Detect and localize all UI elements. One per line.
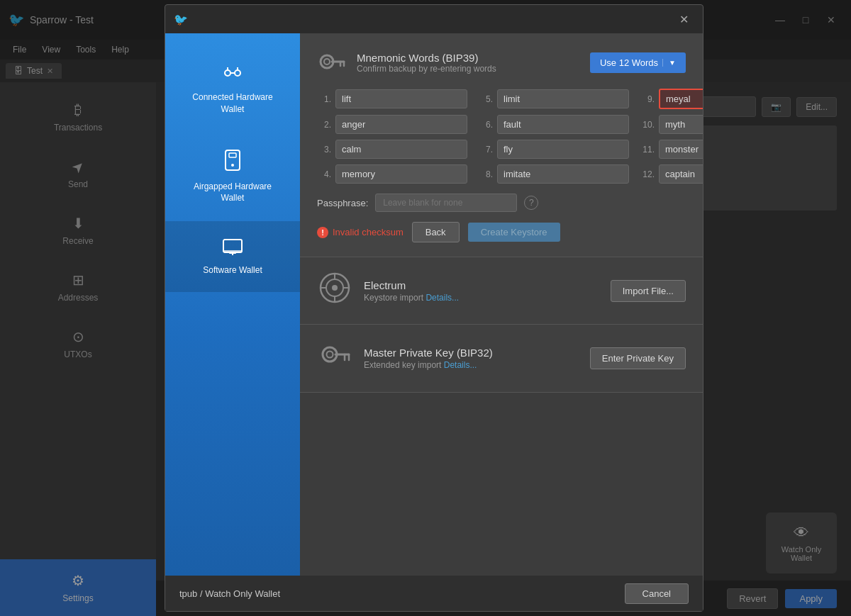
svg-rect-10 xyxy=(229,252,236,254)
enter-private-key-btn[interactable]: Enter Private Key xyxy=(590,347,686,369)
master-key-subtitle: Extended key import Details... xyxy=(364,360,579,370)
electrum-details-link[interactable]: Details... xyxy=(425,293,459,303)
modal-cancel-btn[interactable]: Cancel xyxy=(625,583,689,604)
modal-close-btn[interactable]: ✕ xyxy=(674,10,694,29)
modal-right-content: Mnemonic Words (BIP39) Confirm backup by… xyxy=(300,33,703,576)
word-num-1: 1. xyxy=(317,94,331,104)
checksum-row: ! Invalid checksum Back Create Keystore xyxy=(317,222,686,242)
software-wallet-icon xyxy=(222,238,243,259)
word-row-6: 6. xyxy=(479,115,629,134)
airgapped-hw-icon xyxy=(223,150,242,175)
electrum-title: Electrum xyxy=(364,279,599,291)
svg-point-25 xyxy=(327,352,333,358)
modal-body: Connected Hardware Wallet Airgapped Hard… xyxy=(165,33,703,576)
word-input-12[interactable] xyxy=(659,164,703,184)
word-row-12: 12. xyxy=(640,164,703,184)
word-num-11: 11. xyxy=(640,145,655,155)
word-row-2: 2. xyxy=(317,115,467,134)
word-row-4: 4. xyxy=(317,164,467,184)
checksum-error-text: Invalid checksum xyxy=(333,227,404,237)
back-btn[interactable]: Back xyxy=(412,222,460,242)
modal-nav-connected-hw[interactable]: Connected Hardware Wallet xyxy=(165,47,300,133)
use-words-btn[interactable]: Use 12 Words ▼ xyxy=(590,52,686,73)
footer-left-label: tpub / Watch Only Wallet xyxy=(179,588,280,599)
use-words-label: Use 12 Words xyxy=(600,57,658,68)
electrum-section: Electrum Keystore import Details... Impo… xyxy=(300,257,703,325)
word-row-10: 10. xyxy=(640,115,703,134)
word-num-3: 3. xyxy=(317,145,331,155)
passphrase-help-icon[interactable]: ? xyxy=(524,196,538,210)
word-num-9: 9. xyxy=(640,94,655,104)
master-key-details-link[interactable]: Details... xyxy=(444,360,477,370)
word-row-7: 7. xyxy=(479,140,629,159)
modal-nav-label-software-wallet: Software Wallet xyxy=(203,265,262,275)
electrum-info: Electrum Keystore import Details... xyxy=(364,279,599,303)
word-row-3: 3. xyxy=(317,140,467,159)
use-words-arrow-icon: ▼ xyxy=(662,59,676,67)
word-input-4[interactable] xyxy=(335,164,467,184)
svg-point-13 xyxy=(324,59,330,65)
import-file-btn[interactable]: Import File... xyxy=(611,280,686,302)
word-input-2[interactable] xyxy=(335,115,467,134)
electrum-subtitle: Keystore import Details... xyxy=(364,293,599,303)
modal-footer: tpub / Watch Only Wallet Cancel xyxy=(165,576,703,611)
master-key-info: Master Private Key (BIP32) Extended key … xyxy=(364,347,579,370)
mnemonic-title-group: Mnemonic Words (BIP39) Confirm backup by… xyxy=(357,52,590,74)
word-num-12: 12. xyxy=(640,169,655,179)
modal-nav-label-airgapped-hw: Airgapped Hardware Wallet xyxy=(194,181,272,205)
word-input-1[interactable] xyxy=(335,89,467,108)
word-num-4: 4. xyxy=(317,169,331,179)
modal-nav-airgapped-hw[interactable]: Airgapped Hardware Wallet xyxy=(165,133,300,222)
word-grid: 1.5.9.2.6.10.3.7.11.4.8.12. xyxy=(317,89,686,184)
word-num-10: 10. xyxy=(640,120,655,130)
modal-titlebar: 🐦 ✕ xyxy=(165,5,703,33)
svg-point-19 xyxy=(332,285,338,291)
word-num-8: 8. xyxy=(479,169,493,179)
passphrase-input[interactable] xyxy=(375,194,517,212)
mnemonic-header: Mnemonic Words (BIP39) Confirm backup by… xyxy=(317,47,686,77)
modal-title-icon: 🐦 xyxy=(174,13,188,26)
error-icon: ! xyxy=(317,227,328,238)
passphrase-label: Passphrase: xyxy=(317,198,368,208)
svg-point-0 xyxy=(225,70,230,76)
svg-point-7 xyxy=(231,164,234,167)
modal-nav-label-connected-hw: Connected Hardware Wallet xyxy=(192,91,272,116)
modal-nav-software-wallet[interactable]: Software Wallet xyxy=(165,221,300,292)
word-input-10[interactable] xyxy=(659,115,703,134)
word-row-8: 8. xyxy=(479,164,629,184)
word-row-11: 11. xyxy=(640,140,703,159)
modal-dialog: 🐦 ✕ Connected Hardware Wallet xyxy=(165,4,703,612)
master-key-section: Master Private Key (BIP32) Extended key … xyxy=(300,325,703,393)
word-row-1: 1. xyxy=(317,89,467,109)
word-input-3[interactable] xyxy=(335,140,467,159)
word-num-7: 7. xyxy=(479,145,493,155)
word-row-5: 5. xyxy=(479,89,629,109)
word-num-5: 5. xyxy=(479,94,493,104)
word-input-6[interactable] xyxy=(497,115,629,134)
mnemonic-section: Mnemonic Words (BIP39) Confirm backup by… xyxy=(300,33,703,257)
word-input-9[interactable] xyxy=(659,89,703,109)
modal-left-nav: Connected Hardware Wallet Airgapped Hard… xyxy=(165,33,300,576)
word-input-8[interactable] xyxy=(497,164,629,184)
word-row-9: 9. xyxy=(640,89,703,109)
electrum-icon xyxy=(317,271,352,310)
checksum-error: ! Invalid checksum xyxy=(317,227,404,238)
connected-hw-icon xyxy=(222,65,243,86)
svg-point-1 xyxy=(235,70,240,76)
modal-titlebar-right: ✕ xyxy=(674,10,694,29)
mnemonic-subtitle: Confirm backup by re-entering words xyxy=(357,64,590,74)
master-key-icon xyxy=(317,339,352,378)
word-num-6: 6. xyxy=(479,120,493,130)
create-keystore-btn[interactable]: Create Keystore xyxy=(468,223,560,242)
word-input-5[interactable] xyxy=(497,89,629,108)
svg-rect-6 xyxy=(229,153,236,157)
word-input-7[interactable] xyxy=(497,140,629,159)
passphrase-row: Passphrase: ? xyxy=(317,194,686,212)
mnemonic-title: Mnemonic Words (BIP39) xyxy=(357,52,590,64)
master-key-title: Master Private Key (BIP32) xyxy=(364,347,579,359)
word-input-11[interactable] xyxy=(659,140,703,159)
word-num-2: 2. xyxy=(317,120,331,130)
